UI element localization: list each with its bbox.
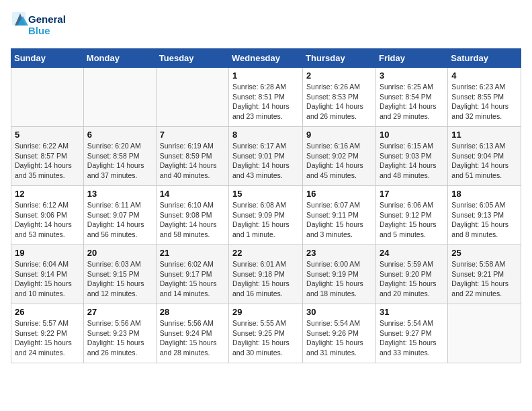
calendar-cell: 23Sunrise: 6:00 AM Sunset: 9:19 PM Dayli…	[303, 245, 376, 304]
day-info: Sunrise: 6:15 AM Sunset: 9:03 PM Dayligh…	[380, 141, 444, 181]
day-info: Sunrise: 6:22 AM Sunset: 8:57 PM Dayligh…	[15, 141, 80, 181]
day-info: Sunrise: 6:04 AM Sunset: 9:14 PM Dayligh…	[15, 259, 80, 299]
day-info: Sunrise: 6:19 AM Sunset: 8:59 PM Dayligh…	[160, 141, 225, 181]
day-info: Sunrise: 6:23 AM Sunset: 8:55 PM Dayligh…	[451, 82, 517, 122]
day-info: Sunrise: 5:59 AM Sunset: 9:20 PM Dayligh…	[380, 259, 444, 299]
calendar-cell: 19Sunrise: 6:04 AM Sunset: 9:14 PM Dayli…	[11, 245, 84, 304]
day-info: Sunrise: 6:07 AM Sunset: 9:11 PM Dayligh…	[306, 200, 372, 240]
calendar-cell: 14Sunrise: 6:10 AM Sunset: 9:08 PM Dayli…	[156, 186, 228, 245]
day-info: Sunrise: 6:20 AM Sunset: 8:58 PM Dayligh…	[87, 141, 152, 181]
day-number: 9	[306, 130, 372, 140]
day-info: Sunrise: 5:56 AM Sunset: 9:23 PM Dayligh…	[87, 318, 152, 358]
day-info: Sunrise: 6:17 AM Sunset: 9:01 PM Dayligh…	[232, 141, 299, 181]
calendar-table: SundayMondayTuesdayWednesdayThursdayFrid…	[11, 48, 521, 363]
weekday-header-saturday: Saturday	[448, 49, 521, 68]
day-number: 30	[306, 307, 372, 317]
calendar-cell: 2Sunrise: 6:26 AM Sunset: 8:53 PM Daylig…	[303, 68, 376, 127]
day-number: 16	[306, 189, 372, 199]
day-info: Sunrise: 6:13 AM Sunset: 9:04 PM Dayligh…	[451, 141, 517, 181]
calendar-cell: 27Sunrise: 5:56 AM Sunset: 9:23 PM Dayli…	[83, 304, 156, 363]
day-info: Sunrise: 6:05 AM Sunset: 9:13 PM Dayligh…	[451, 200, 517, 240]
day-number: 4	[451, 71, 517, 81]
calendar-cell: 29Sunrise: 5:55 AM Sunset: 9:25 PM Dayli…	[229, 304, 303, 363]
day-number: 12	[15, 189, 80, 199]
calendar-cell	[83, 68, 156, 127]
logo: General Blue	[11, 11, 71, 40]
calendar-cell: 9Sunrise: 6:16 AM Sunset: 9:02 PM Daylig…	[303, 127, 376, 186]
calendar-week-row: 1Sunrise: 6:28 AM Sunset: 8:51 PM Daylig…	[11, 68, 521, 127]
day-info: Sunrise: 5:54 AM Sunset: 9:27 PM Dayligh…	[380, 318, 444, 358]
svg-text:Blue: Blue	[28, 25, 50, 36]
calendar-cell: 7Sunrise: 6:19 AM Sunset: 8:59 PM Daylig…	[156, 127, 228, 186]
day-number: 27	[87, 307, 152, 317]
day-number: 21	[160, 248, 225, 258]
day-number: 15	[232, 189, 299, 199]
day-number: 22	[232, 248, 299, 258]
calendar-cell: 12Sunrise: 6:12 AM Sunset: 9:06 PM Dayli…	[11, 186, 84, 245]
calendar-cell: 30Sunrise: 5:54 AM Sunset: 9:26 PM Dayli…	[303, 304, 376, 363]
calendar-cell: 25Sunrise: 5:58 AM Sunset: 9:21 PM Dayli…	[448, 245, 521, 304]
weekday-header-sunday: Sunday	[11, 49, 84, 68]
calendar-week-row: 26Sunrise: 5:57 AM Sunset: 9:22 PM Dayli…	[11, 304, 521, 363]
calendar-cell: 6Sunrise: 6:20 AM Sunset: 8:58 PM Daylig…	[83, 127, 156, 186]
calendar-week-row: 12Sunrise: 6:12 AM Sunset: 9:06 PM Dayli…	[11, 186, 521, 245]
day-info: Sunrise: 6:28 AM Sunset: 8:51 PM Dayligh…	[232, 82, 299, 122]
day-info: Sunrise: 5:56 AM Sunset: 9:24 PM Dayligh…	[160, 318, 225, 358]
day-number: 1	[232, 71, 299, 81]
day-info: Sunrise: 6:16 AM Sunset: 9:02 PM Dayligh…	[306, 141, 372, 181]
day-info: Sunrise: 6:26 AM Sunset: 8:53 PM Dayligh…	[306, 82, 372, 122]
calendar-week-row: 5Sunrise: 6:22 AM Sunset: 8:57 PM Daylig…	[11, 127, 521, 186]
calendar-cell: 1Sunrise: 6:28 AM Sunset: 8:51 PM Daylig…	[229, 68, 303, 127]
day-info: Sunrise: 6:02 AM Sunset: 9:17 PM Dayligh…	[160, 259, 225, 299]
day-info: Sunrise: 6:06 AM Sunset: 9:12 PM Dayligh…	[380, 200, 444, 240]
day-number: 23	[306, 248, 372, 258]
calendar-cell: 8Sunrise: 6:17 AM Sunset: 9:01 PM Daylig…	[229, 127, 303, 186]
day-number: 10	[380, 130, 444, 140]
calendar-cell: 3Sunrise: 6:25 AM Sunset: 8:54 PM Daylig…	[375, 68, 447, 127]
weekday-header-monday: Monday	[83, 49, 156, 68]
day-info: Sunrise: 5:58 AM Sunset: 9:21 PM Dayligh…	[451, 259, 517, 299]
calendar-cell: 10Sunrise: 6:15 AM Sunset: 9:03 PM Dayli…	[375, 127, 447, 186]
calendar-cell: 16Sunrise: 6:07 AM Sunset: 9:11 PM Dayli…	[303, 186, 376, 245]
day-info: Sunrise: 5:54 AM Sunset: 9:26 PM Dayligh…	[306, 318, 372, 358]
weekday-header-row: SundayMondayTuesdayWednesdayThursdayFrid…	[11, 49, 521, 68]
weekday-header-thursday: Thursday	[303, 49, 376, 68]
day-info: Sunrise: 6:10 AM Sunset: 9:08 PM Dayligh…	[160, 200, 225, 240]
day-info: Sunrise: 6:01 AM Sunset: 9:18 PM Dayligh…	[232, 259, 299, 299]
day-info: Sunrise: 5:55 AM Sunset: 9:25 PM Dayligh…	[232, 318, 299, 358]
day-info: Sunrise: 6:00 AM Sunset: 9:19 PM Dayligh…	[306, 259, 372, 299]
calendar-cell: 22Sunrise: 6:01 AM Sunset: 9:18 PM Dayli…	[229, 245, 303, 304]
calendar-cell: 28Sunrise: 5:56 AM Sunset: 9:24 PM Dayli…	[156, 304, 228, 363]
calendar-cell: 18Sunrise: 6:05 AM Sunset: 9:13 PM Dayli…	[448, 186, 521, 245]
day-info: Sunrise: 6:25 AM Sunset: 8:54 PM Dayligh…	[380, 82, 444, 122]
day-number: 31	[380, 307, 444, 317]
weekday-header-wednesday: Wednesday	[229, 49, 303, 68]
calendar-cell: 31Sunrise: 5:54 AM Sunset: 9:27 PM Dayli…	[375, 304, 447, 363]
day-number: 8	[232, 130, 299, 140]
day-info: Sunrise: 6:11 AM Sunset: 9:07 PM Dayligh…	[87, 200, 152, 240]
calendar-cell: 24Sunrise: 5:59 AM Sunset: 9:20 PM Dayli…	[375, 245, 447, 304]
day-number: 3	[380, 71, 444, 81]
day-info: Sunrise: 5:57 AM Sunset: 9:22 PM Dayligh…	[15, 318, 80, 358]
day-number: 14	[160, 189, 225, 199]
day-number: 7	[160, 130, 225, 140]
calendar-week-row: 19Sunrise: 6:04 AM Sunset: 9:14 PM Dayli…	[11, 245, 521, 304]
day-number: 29	[232, 307, 299, 317]
calendar-cell: 4Sunrise: 6:23 AM Sunset: 8:55 PM Daylig…	[448, 68, 521, 127]
calendar-cell: 17Sunrise: 6:06 AM Sunset: 9:12 PM Dayli…	[375, 186, 447, 245]
day-number: 26	[15, 307, 80, 317]
logo-svg: General Blue	[11, 11, 71, 40]
calendar-cell: 15Sunrise: 6:08 AM Sunset: 9:09 PM Dayli…	[229, 186, 303, 245]
day-number: 24	[380, 248, 444, 258]
calendar-cell: 5Sunrise: 6:22 AM Sunset: 8:57 PM Daylig…	[11, 127, 84, 186]
day-info: Sunrise: 6:12 AM Sunset: 9:06 PM Dayligh…	[15, 200, 80, 240]
day-number: 25	[451, 248, 517, 258]
calendar-cell: 26Sunrise: 5:57 AM Sunset: 9:22 PM Dayli…	[11, 304, 84, 363]
day-number: 2	[306, 71, 372, 81]
weekday-header-friday: Friday	[375, 49, 447, 68]
calendar-cell: 13Sunrise: 6:11 AM Sunset: 9:07 PM Dayli…	[83, 186, 156, 245]
day-number: 13	[87, 189, 152, 199]
day-number: 28	[160, 307, 225, 317]
day-number: 18	[451, 189, 517, 199]
day-number: 20	[87, 248, 152, 258]
